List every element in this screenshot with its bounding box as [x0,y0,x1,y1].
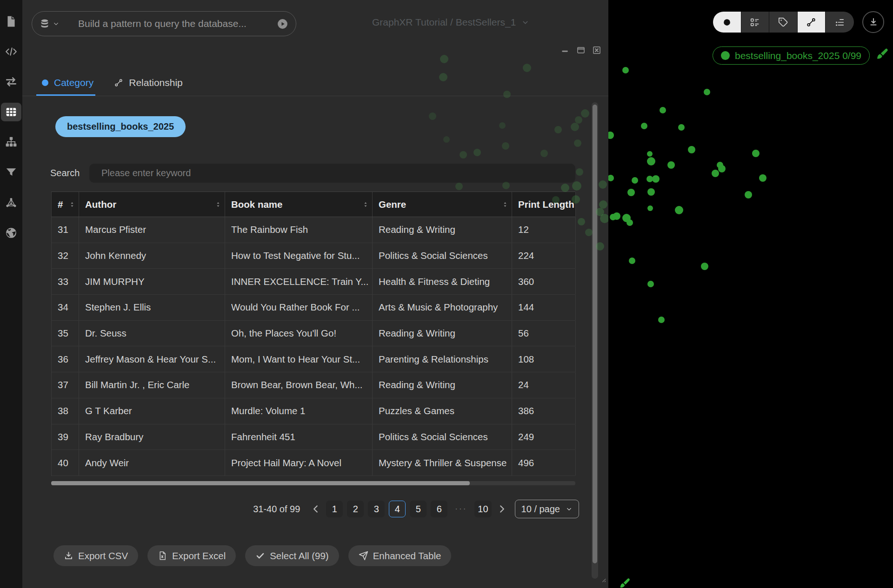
graph-node[interactable] [626,219,633,226]
page-button-3[interactable]: 3 [368,501,385,517]
graph-node[interactable] [632,177,638,184]
graph-node[interactable] [641,123,647,129]
play-circle-icon[interactable] [277,18,288,30]
table-cell: 386 [512,398,576,424]
table-row[interactable]: 40Andy WeirProject Hail Mary: A NovelMys… [52,450,575,476]
next-page-icon[interactable] [496,501,508,517]
table-row[interactable]: 37Bill Martin Jr. , Eric CarleBrown Bear… [52,372,575,398]
graph-node[interactable] [629,258,635,264]
sidebar-item-hierarchy[interactable] [0,131,22,153]
table-row[interactable]: 31Marcus PfisterThe Rainbow FishReading … [52,217,575,243]
sidebar-item-transform[interactable] [0,71,22,93]
chevron-down-icon [521,19,529,26]
enhanced-table-button[interactable]: Enhanced Table [348,545,452,566]
graph-node[interactable] [647,157,655,165]
export-excel-button[interactable]: Export Excel [147,545,236,566]
category-selection-pill[interactable]: bestselling_books_2025 0/99 [713,46,870,65]
hierarchy-icon [5,136,17,148]
data-table: #AuthorBook nameGenrePrint Length 31Marc… [51,192,575,476]
table-row[interactable]: 39Ray BradburyFahrenheit 451Politics & S… [52,424,575,450]
toolbar-segment-node-view[interactable] [713,12,741,33]
select-all-99--button[interactable]: Select All (99) [245,545,339,566]
minimize-icon[interactable] [560,46,570,55]
page-button-6[interactable]: 6 [431,501,447,517]
page-button-2[interactable]: 2 [347,501,364,517]
keyword-search-input[interactable] [89,164,575,183]
graph-node[interactable] [688,146,695,153]
graph-panel[interactable]: bestselling_books_2025 0/99 [608,0,893,588]
query-input[interactable] [60,18,277,29]
graph-node[interactable] [647,205,653,211]
page-ellipsis[interactable]: ··· [452,501,470,517]
category-chip[interactable]: bestselling_books_2025 [55,116,186,137]
graph-node[interactable] [647,151,653,157]
graph-node[interactable] [667,161,675,169]
toolbar-segment-tag[interactable] [769,12,798,33]
table-cell: Ray Bradbury [79,424,225,450]
sort-icon [502,201,508,208]
paintbrush-icon[interactable] [875,47,889,61]
project-title-label: GraphXR Tutorial / BestSellers_1 [372,17,516,28]
table-row[interactable]: 38G T KarberMurdle: Volume 1Puzzles & Ga… [52,398,575,424]
graph-node[interactable] [652,175,660,183]
chevron-down-icon[interactable] [53,20,60,27]
graph-node[interactable] [678,124,685,131]
graph-node[interactable] [759,174,766,182]
table-row[interactable]: 33JIM MURPHYINNER EXCELLENCE: Train Y...… [52,269,575,295]
page-size-select[interactable]: 10 / page [515,500,579,518]
graph-node[interactable] [712,170,719,177]
tab-relationship[interactable]: Relationship [114,70,183,96]
graph-node[interactable] [647,281,654,287]
graph-node[interactable] [660,107,666,113]
query-builder-bar[interactable] [32,11,296,36]
graph-node[interactable] [647,188,655,196]
dim-node [502,182,510,189]
graph-node[interactable] [658,317,665,323]
page-button-4[interactable]: 4 [389,501,406,517]
graph-node[interactable] [610,214,616,220]
graph-node[interactable] [675,206,683,214]
graph-node[interactable] [608,175,614,181]
column-header-genre[interactable]: Genre [373,192,512,217]
sidebar-item-map[interactable] [0,222,22,244]
table-row[interactable]: 36Jeffrey Mason & Hear Your S...Mom, I W… [52,346,575,372]
page-button-10[interactable]: 10 [474,501,491,517]
graph-node[interactable] [608,132,614,139]
previous-page-icon[interactable] [310,501,322,517]
graph-node[interactable] [704,89,710,95]
graph-node[interactable] [627,189,635,196]
download-button[interactable] [862,11,884,33]
column-header--[interactable]: # [52,192,79,217]
graph-node[interactable] [622,67,629,73]
table-cell: 32 [52,243,79,269]
page-button-1[interactable]: 1 [326,501,343,517]
project-title[interactable]: GraphXR Tutorial / BestSellers_1 [372,17,529,28]
column-header-author[interactable]: Author [79,192,225,217]
vertical-scrollbar-thumb[interactable] [593,105,597,563]
tab-category[interactable]: Category [42,70,93,96]
toolbar-segment-property-list[interactable] [741,12,770,33]
graph-node[interactable] [718,165,726,172]
resize-handle-icon[interactable] [598,575,606,583]
toolbar-segment-edge-view[interactable] [798,12,826,33]
horizontal-scrollbar-thumb[interactable] [51,481,470,485]
window-controls [560,46,601,55]
sidebar-item-documents[interactable] [0,10,22,33]
sidebar-item-graph[interactable] [0,192,22,214]
page-button-5[interactable]: 5 [410,501,427,517]
sidebar-item-filter[interactable] [0,161,22,184]
export-csv-button[interactable]: Export CSV [53,545,138,566]
sidebar-item-table[interactable] [0,101,22,123]
toolbar-segment-legend[interactable] [826,12,854,33]
column-header-print-length[interactable]: Print Length [512,192,576,217]
table-row[interactable]: 35Dr. SeussOh, the Places You'll Go!Read… [52,321,575,347]
maximize-icon[interactable] [576,46,586,55]
graph-node[interactable] [701,263,708,270]
table-row[interactable]: 32John KennedyHow to Test Negative for S… [52,243,575,269]
close-icon[interactable] [592,46,601,55]
column-header-book-name[interactable]: Book name [225,192,373,217]
graph-node[interactable] [745,191,752,198]
sidebar-item-code[interactable] [0,40,22,63]
graph-node[interactable] [752,150,760,157]
table-row[interactable]: 34Stephen J. EllisWould You Rather Book … [52,295,575,321]
